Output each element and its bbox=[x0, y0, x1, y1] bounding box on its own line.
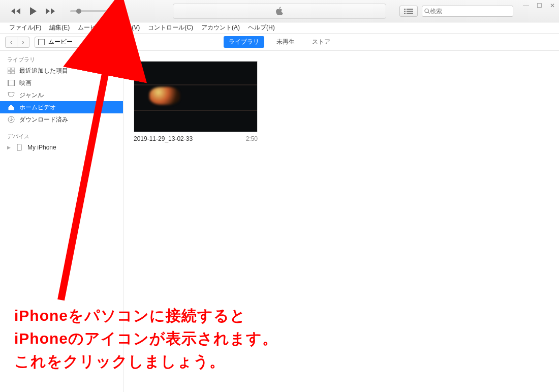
media-type-label: ムービー bbox=[48, 38, 73, 46]
video-item[interactable]: 2019-11-29_13-02-33 2:50 bbox=[134, 61, 258, 142]
sidebar-section-devices: デバイス bbox=[0, 131, 123, 141]
masks-icon bbox=[7, 92, 15, 98]
film-icon bbox=[7, 80, 15, 86]
video-title: 2019-11-29_13-02-33 bbox=[134, 135, 193, 142]
sidebar-section-library: ライブラリ bbox=[0, 54, 123, 65]
apple-logo-icon bbox=[275, 7, 284, 16]
svg-rect-15 bbox=[8, 71, 11, 74]
sidebar-item-recent[interactable]: 最近追加した項目 bbox=[0, 65, 123, 77]
sidebar-item-movies[interactable]: 映画 bbox=[0, 77, 123, 89]
minimize-button[interactable]: — bbox=[521, 2, 531, 9]
menu-control[interactable]: コントロール(C) bbox=[145, 22, 196, 33]
svg-line-7 bbox=[428, 12, 429, 14]
svg-rect-8 bbox=[38, 39, 45, 45]
prev-button[interactable] bbox=[10, 8, 21, 15]
tab-library[interactable]: ライブラリ bbox=[224, 36, 264, 48]
phone-icon bbox=[15, 144, 23, 151]
close-button[interactable]: ✕ bbox=[548, 2, 557, 9]
view-tabs: ライブラリ 未再生 ストア bbox=[224, 36, 335, 48]
sidebar-item-label: 最近追加した項目 bbox=[19, 67, 68, 75]
device-button[interactable] bbox=[101, 37, 115, 48]
search-field[interactable] bbox=[422, 6, 513, 17]
svg-rect-12 bbox=[107, 45, 109, 45]
svg-rect-5 bbox=[407, 13, 413, 14]
svg-rect-0 bbox=[404, 9, 406, 10]
sidebar-item-label: ホームビデオ bbox=[19, 103, 56, 112]
media-type-select[interactable]: ムービー ▾ bbox=[35, 37, 96, 48]
svg-rect-16 bbox=[12, 71, 15, 74]
menu-movie[interactable]: ムービー(M) bbox=[75, 22, 114, 33]
phone-icon bbox=[105, 38, 110, 46]
svg-rect-19 bbox=[14, 80, 15, 86]
sidebar-item-homevideo[interactable]: ホームビデオ bbox=[0, 101, 123, 113]
grid-icon bbox=[7, 68, 15, 74]
lcd-display bbox=[173, 4, 386, 19]
window-controls: — ☐ ✕ bbox=[521, 2, 557, 9]
svg-rect-21 bbox=[17, 144, 21, 151]
menu-edit[interactable]: 編集(E) bbox=[46, 22, 73, 33]
sidebar-item-genre[interactable]: ジャンル bbox=[0, 89, 123, 101]
svg-rect-2 bbox=[404, 11, 406, 12]
main-area: ライブラリ 最近追加した項目 映画 ジャンル ホームビデオ bbox=[0, 51, 559, 392]
content-area: 2019-11-29_13-02-33 2:50 bbox=[123, 51, 559, 392]
svg-point-6 bbox=[425, 9, 428, 12]
chevron-down-icon: ▾ bbox=[89, 40, 92, 45]
sidebar: ライブラリ 最近追加した項目 映画 ジャンル ホームビデオ bbox=[0, 51, 123, 392]
sidebar-item-label: My iPhone bbox=[27, 144, 56, 151]
menubar: ファイル(F) 編集(E) ムービー(M) 表示(V) コントロール(C) アカ… bbox=[0, 22, 559, 34]
maximize-button[interactable]: ☐ bbox=[535, 2, 544, 9]
sidebar-item-label: 映画 bbox=[19, 79, 32, 87]
search-icon bbox=[424, 8, 430, 14]
film-icon bbox=[38, 39, 45, 45]
sidebar-item-label: ジャンル bbox=[19, 91, 44, 100]
svg-rect-13 bbox=[8, 68, 11, 70]
menu-view[interactable]: 表示(V) bbox=[116, 22, 143, 33]
next-button[interactable] bbox=[45, 8, 56, 15]
tab-unplayed[interactable]: 未再生 bbox=[271, 36, 300, 48]
svg-rect-9 bbox=[38, 39, 39, 45]
video-duration: 2:50 bbox=[246, 135, 258, 142]
home-icon bbox=[7, 104, 15, 110]
svg-rect-1 bbox=[407, 9, 413, 10]
playback-controls bbox=[10, 7, 116, 16]
menu-account[interactable]: アカウント(A) bbox=[198, 22, 243, 33]
list-icon bbox=[404, 8, 413, 14]
player-bar: — ☐ ✕ bbox=[0, 0, 559, 22]
svg-rect-14 bbox=[12, 68, 15, 70]
nav-back-button[interactable]: ‹ bbox=[5, 37, 17, 48]
svg-rect-18 bbox=[8, 80, 9, 86]
list-view-button[interactable] bbox=[399, 6, 418, 17]
search-input[interactable] bbox=[430, 8, 511, 15]
disclosure-icon: ▶ bbox=[7, 145, 11, 150]
sidebar-item-downloaded[interactable]: ダウンロード済み bbox=[0, 113, 123, 126]
svg-rect-4 bbox=[404, 13, 406, 14]
video-thumbnail bbox=[134, 61, 258, 132]
nav-forward-button[interactable]: › bbox=[17, 37, 29, 48]
secondary-toolbar: ‹ › ムービー ▾ ライブラリ 未再生 ストア bbox=[0, 34, 559, 51]
tab-store[interactable]: ストア bbox=[307, 36, 335, 48]
sidebar-item-label: ダウンロード済み bbox=[19, 115, 68, 124]
download-icon bbox=[7, 116, 15, 123]
sidebar-item-device[interactable]: ▶ My iPhone bbox=[0, 141, 123, 154]
svg-rect-10 bbox=[44, 39, 45, 45]
volume-slider[interactable] bbox=[70, 10, 116, 12]
svg-rect-3 bbox=[407, 11, 413, 12]
play-button[interactable] bbox=[28, 7, 38, 16]
menu-help[interactable]: ヘルプ(H) bbox=[245, 22, 278, 33]
svg-rect-17 bbox=[8, 80, 15, 86]
menu-file[interactable]: ファイル(F) bbox=[6, 22, 44, 33]
